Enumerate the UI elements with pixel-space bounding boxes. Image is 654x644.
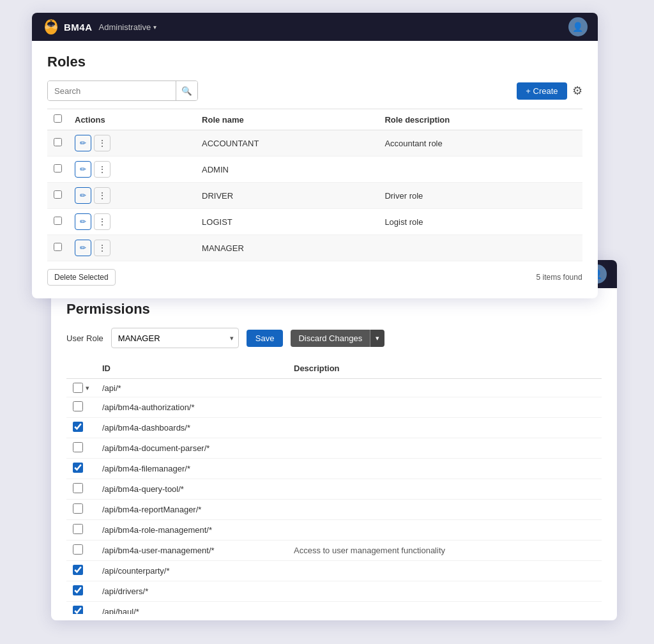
- table-footer: Delete Selected 5 items found: [47, 269, 582, 286]
- discard-button-group: Discard Changes ▾: [291, 330, 384, 347]
- permissions-table: ID Description ▾ /api/* /api/bm4a-author: [66, 358, 602, 614]
- menu-button-0[interactable]: ⋮: [94, 135, 110, 151]
- search-box: 🔍: [47, 80, 198, 101]
- nav-label: Administrative: [99, 22, 151, 32]
- items-found: 5 items found: [536, 273, 582, 282]
- perm-row: /api/bm4a-query-tool/*: [66, 479, 602, 500]
- role-select[interactable]: MANAGER ACCOUNTANT ADMIN DRIVER LOGIST: [111, 328, 239, 348]
- perm-checkbox-9[interactable]: [73, 565, 83, 575]
- perm-row: /api/counterparty/*: [66, 561, 602, 581]
- perm-row: /api/haul/*: [66, 602, 602, 615]
- perm-check-cell-7: [66, 520, 96, 540]
- actions-cell: ✏ ⋮: [68, 235, 195, 261]
- perm-desc-cell-9: [287, 561, 602, 581]
- perm-checkbox-8[interactable]: [73, 544, 83, 555]
- header-role-name: Role name: [195, 109, 378, 130]
- perm-row: /api/bm4a-user-management/* Access to us…: [66, 540, 602, 561]
- perm-desc-cell-5: [287, 479, 602, 500]
- save-label: Save: [255, 334, 275, 343]
- row-checkbox-2[interactable]: [54, 190, 62, 199]
- perm-check-cell-5: [66, 479, 96, 500]
- perm-checkbox-11[interactable]: [73, 606, 83, 614]
- logo-text: BM4A: [64, 22, 93, 33]
- perm-checkbox-1[interactable]: [73, 401, 83, 411]
- perm-desc-cell-1: [287, 397, 602, 418]
- row-checkbox-cell: [47, 183, 68, 209]
- nav-dropdown[interactable]: Administrative ▾: [99, 22, 157, 32]
- role-desc-cell: Driver role: [378, 183, 582, 209]
- row-checkbox-1[interactable]: [54, 164, 62, 172]
- row-checkbox-0[interactable]: [54, 138, 62, 146]
- perm-desc-cell-7: [287, 520, 602, 540]
- discard-dropdown-button[interactable]: ▾: [370, 330, 384, 347]
- perm-id-cell-5: /api/bm4a-query-tool/*: [96, 479, 287, 500]
- search-button[interactable]: 🔍: [176, 81, 197, 100]
- delete-selected-label: Delete Selected: [54, 273, 109, 282]
- actions-cell: ✏ ⋮: [68, 130, 195, 157]
- perm-id-cell-10: /api/drivers/*: [96, 581, 287, 602]
- row-checkbox-cell: [47, 130, 68, 157]
- table-row: ✏ ⋮ DRIVER Driver role: [47, 183, 582, 209]
- role-desc-cell: Logist role: [378, 209, 582, 235]
- role-name-cell: LOGIST: [195, 209, 378, 235]
- perm-desc-cell-10: [287, 581, 602, 602]
- select-all-checkbox[interactable]: [54, 114, 62, 123]
- perm-checkbox-4[interactable]: [73, 463, 83, 473]
- perm-row: /api/bm4a-reportManager/*: [66, 500, 602, 520]
- table-row: ✏ ⋮ ACCOUNTANT Accountant role: [47, 130, 582, 157]
- perm-check-cell-9: [66, 561, 96, 581]
- row-checkbox-3[interactable]: [54, 217, 62, 225]
- perm-checkbox-2[interactable]: [73, 422, 83, 432]
- perm-checkbox-3[interactable]: [73, 442, 83, 452]
- perm-id-cell-3: /api/bm4a-document-parser/*: [96, 438, 287, 459]
- edit-button-4[interactable]: ✏: [75, 240, 91, 256]
- row-checkbox-4[interactable]: [54, 243, 62, 251]
- permissions-title: Permissions: [66, 301, 602, 318]
- perm-id-cell-4: /api/bm4a-filemanager/*: [96, 459, 287, 479]
- role-desc-cell: [378, 235, 582, 261]
- menu-button-4[interactable]: ⋮: [94, 240, 110, 256]
- row-checkbox-cell: [47, 157, 68, 183]
- perm-checkbox-10[interactable]: [73, 585, 83, 595]
- toolbar-right: + Create ⚙: [517, 82, 582, 100]
- expand-icon[interactable]: ▾: [86, 384, 89, 392]
- create-button[interactable]: + Create: [517, 82, 567, 100]
- roles-window: BM4A Administrative ▾ 👤 Roles: [32, 13, 598, 298]
- roles-page-content: Roles 🔍 + Create ⚙: [32, 41, 598, 298]
- role-name-cell: ACCOUNTANT: [195, 130, 378, 157]
- perm-check-cell-6: [66, 500, 96, 520]
- edit-button-0[interactable]: ✏: [75, 135, 91, 151]
- menu-button-3[interactable]: ⋮: [94, 213, 110, 230]
- perm-row: /api/bm4a-document-parser/*: [66, 438, 602, 459]
- perm-check-cell-1: [66, 397, 96, 418]
- perm-desc-cell-6: [287, 500, 602, 520]
- perm-desc-cell-11: [287, 602, 602, 615]
- logo-icon: [42, 18, 60, 36]
- table-row: ✏ ⋮ ADMIN: [47, 157, 582, 183]
- discard-changes-button[interactable]: Discard Changes: [291, 330, 370, 347]
- menu-button-2[interactable]: ⋮: [94, 187, 110, 204]
- table-row: ✏ ⋮ MANAGER: [47, 235, 582, 261]
- role-name-cell: MANAGER: [195, 235, 378, 261]
- perm-checkbox-7[interactable]: [73, 524, 83, 534]
- perm-checkbox-0[interactable]: [73, 383, 83, 393]
- avatar[interactable]: 👤: [568, 17, 588, 36]
- edit-button-2[interactable]: ✏: [75, 187, 91, 204]
- perm-row: ▾ /api/*: [66, 379, 602, 397]
- settings-button[interactable]: ⚙: [572, 84, 582, 98]
- perm-check-cell-3: [66, 438, 96, 459]
- perm-row: /api/drivers/*: [66, 581, 602, 602]
- save-button[interactable]: Save: [247, 330, 284, 347]
- edit-button-3[interactable]: ✏: [75, 213, 91, 230]
- search-input[interactable]: [48, 81, 176, 100]
- perm-id-cell-1: /api/bm4a-authorization/*: [96, 397, 287, 418]
- delete-selected-button[interactable]: Delete Selected: [47, 269, 116, 286]
- perm-check-cell-8: [66, 540, 96, 561]
- perm-row: /api/bm4a-dashboards/*: [66, 418, 602, 438]
- perm-checkbox-6[interactable]: [73, 503, 83, 514]
- perm-checkbox-5[interactable]: [73, 483, 83, 493]
- edit-button-1[interactable]: ✏: [75, 161, 91, 178]
- role-name-cell: DRIVER: [195, 183, 378, 209]
- menu-button-1[interactable]: ⋮: [94, 161, 110, 178]
- permissions-scroll[interactable]: ID Description ▾ /api/* /api/bm4a-author: [66, 358, 602, 614]
